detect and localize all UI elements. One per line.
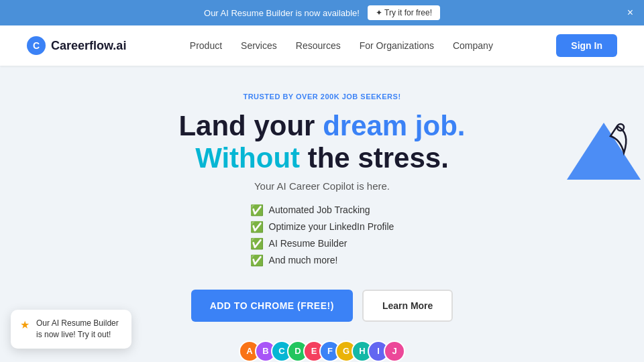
hero-title: Land your dream job. Without the stress. xyxy=(13,110,631,175)
trusted-highlight: 200K xyxy=(321,93,339,101)
nav-links: Product Services Resources For Organizat… xyxy=(190,40,493,52)
logo-link[interactable]: C Careerflow.ai xyxy=(27,36,126,55)
check-icon-2: ✅ xyxy=(250,221,264,233)
feature-3: ✅AI Resume Builder xyxy=(250,237,394,250)
avatar-group: ABCDEFGHIJ xyxy=(239,341,405,362)
feature-1: ✅Automated Job Tracking xyxy=(250,204,394,217)
nav-item-resources[interactable]: Resources xyxy=(296,40,341,51)
toast-text: Our AI Resume Builder is now live! Try i… xyxy=(36,318,122,341)
logo-icon: C xyxy=(27,36,46,55)
nav-item-product[interactable]: Product xyxy=(190,40,222,51)
title-before: Land your xyxy=(178,110,323,141)
title-stress: the stress. xyxy=(300,142,449,174)
feature-4: ✅And much more! xyxy=(250,254,394,267)
navbar: C Careerflow.ai Product Services Resourc… xyxy=(0,25,644,66)
announcement-banner: Our AI Resume Builder is now available! … xyxy=(0,0,644,25)
hero-subtitle: Your AI Career Copilot is here. xyxy=(13,180,631,192)
signin-button[interactable]: Sign In xyxy=(556,34,617,57)
logo-text: Careerflow.ai xyxy=(51,39,126,53)
check-icon-1: ✅ xyxy=(250,204,264,217)
nav-item-services[interactable]: Services xyxy=(241,40,277,51)
title-without: Without xyxy=(195,142,300,174)
feature-list: ✅Automated Job Tracking ✅Optimize your L… xyxy=(250,204,394,271)
add-to-chrome-button[interactable]: ADD TO CHROME (FREE!) xyxy=(191,290,353,322)
toast-star-icon: ★ xyxy=(20,318,30,333)
nav-item-company[interactable]: Company xyxy=(453,40,493,51)
title-dream: dream job. xyxy=(323,110,465,141)
toast-notification: ★ Our AI Resume Builder is now live! Try… xyxy=(11,310,131,349)
banner-close-button[interactable]: × xyxy=(627,7,633,19)
check-icon-4: ✅ xyxy=(250,254,264,267)
trusted-before: TRUSTED BY OVER xyxy=(243,93,320,101)
nav-item-organizations[interactable]: For Organizations xyxy=(360,40,434,51)
check-icon-3: ✅ xyxy=(250,237,264,250)
learn-more-button[interactable]: Learn More xyxy=(362,290,453,322)
trusted-after: JOB SEEKERS! xyxy=(339,93,400,101)
trusted-badge: TRUSTED BY OVER 200K JOB SEEKERS! xyxy=(13,93,631,101)
banner-cta-button[interactable]: ✦ Try it for free! xyxy=(368,5,440,20)
banner-text: Our AI Resume Builder is now available! xyxy=(204,8,360,18)
feature-2: ✅Optimize your LinkedIn Profile xyxy=(250,221,394,233)
avatar: J xyxy=(384,341,405,362)
